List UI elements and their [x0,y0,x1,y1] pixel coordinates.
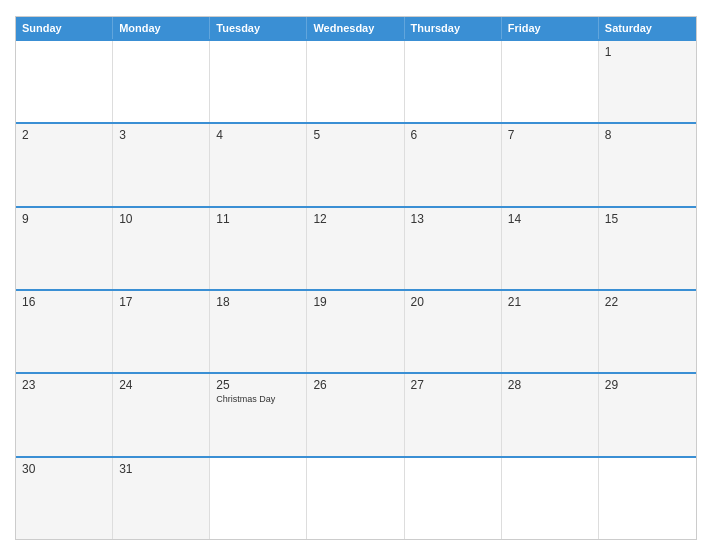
day-number: 20 [411,295,495,309]
day-number: 25 [216,378,300,392]
day-number: 13 [411,212,495,226]
calendar-cell: 22 [599,291,696,372]
calendar-cell: 31 [113,458,210,539]
calendar-cell: 28 [502,374,599,455]
calendar-cell: 30 [16,458,113,539]
calendar-cell: 2 [16,124,113,205]
calendar-cell: 19 [307,291,404,372]
calendar-cell [113,41,210,122]
calendar-cell: 18 [210,291,307,372]
calendar-cell [405,458,502,539]
calendar-cell: 15 [599,208,696,289]
calendar-body: 1234567891011121314151617181920212223242… [16,39,696,539]
calendar-cell: 26 [307,374,404,455]
event-label: Christmas Day [216,394,300,404]
calendar-row: 2345678 [16,122,696,205]
calendar-cell [307,41,404,122]
calendar-cell: 7 [502,124,599,205]
day-number: 8 [605,128,690,142]
day-number: 29 [605,378,690,392]
day-number: 9 [22,212,106,226]
day-number: 3 [119,128,203,142]
day-number: 19 [313,295,397,309]
weekday-cell: Tuesday [210,17,307,39]
calendar-cell: 27 [405,374,502,455]
calendar-cell: 16 [16,291,113,372]
weekday-cell: Saturday [599,17,696,39]
day-number: 26 [313,378,397,392]
calendar-cell: 3 [113,124,210,205]
calendar-cell: 25Christmas Day [210,374,307,455]
day-number: 21 [508,295,592,309]
day-number: 10 [119,212,203,226]
day-number: 17 [119,295,203,309]
calendar-cell: 1 [599,41,696,122]
calendar-cell: 13 [405,208,502,289]
calendar-cell: 4 [210,124,307,205]
weekday-cell: Sunday [16,17,113,39]
day-number: 16 [22,295,106,309]
calendar-cell: 24 [113,374,210,455]
calendar-cell: 8 [599,124,696,205]
day-number: 14 [508,212,592,226]
calendar-row: 1 [16,39,696,122]
calendar-cell: 14 [502,208,599,289]
calendar-row: 9101112131415 [16,206,696,289]
day-number: 2 [22,128,106,142]
calendar-cell [307,458,404,539]
calendar-cell [502,41,599,122]
calendar-cell [502,458,599,539]
day-number: 31 [119,462,203,476]
day-number: 22 [605,295,690,309]
day-number: 23 [22,378,106,392]
weekday-cell: Thursday [405,17,502,39]
calendar-cell: 5 [307,124,404,205]
calendar-cell: 6 [405,124,502,205]
day-number: 24 [119,378,203,392]
calendar-cell [599,458,696,539]
calendar-cell: 11 [210,208,307,289]
weekday-cell: Friday [502,17,599,39]
weekday-cell: Monday [113,17,210,39]
day-number: 7 [508,128,592,142]
calendar-cell [405,41,502,122]
day-number: 4 [216,128,300,142]
calendar-cell: 23 [16,374,113,455]
calendar-cell: 21 [502,291,599,372]
calendar-cell: 12 [307,208,404,289]
day-number: 15 [605,212,690,226]
calendar-grid: SundayMondayTuesdayWednesdayThursdayFrid… [15,16,697,540]
day-number: 6 [411,128,495,142]
day-number: 11 [216,212,300,226]
calendar-row: 16171819202122 [16,289,696,372]
calendar-row: 232425Christmas Day26272829 [16,372,696,455]
calendar-page: SundayMondayTuesdayWednesdayThursdayFrid… [0,0,712,550]
day-number: 1 [605,45,690,59]
weekday-cell: Wednesday [307,17,404,39]
day-number: 30 [22,462,106,476]
calendar-cell: 17 [113,291,210,372]
calendar-cell: 10 [113,208,210,289]
calendar-cell: 29 [599,374,696,455]
calendar-row: 3031 [16,456,696,539]
calendar-cell [210,41,307,122]
day-number: 5 [313,128,397,142]
day-number: 18 [216,295,300,309]
weekday-header: SundayMondayTuesdayWednesdayThursdayFrid… [16,17,696,39]
day-number: 12 [313,212,397,226]
day-number: 28 [508,378,592,392]
day-number: 27 [411,378,495,392]
calendar-cell: 20 [405,291,502,372]
calendar-cell [16,41,113,122]
calendar-cell: 9 [16,208,113,289]
calendar-cell [210,458,307,539]
